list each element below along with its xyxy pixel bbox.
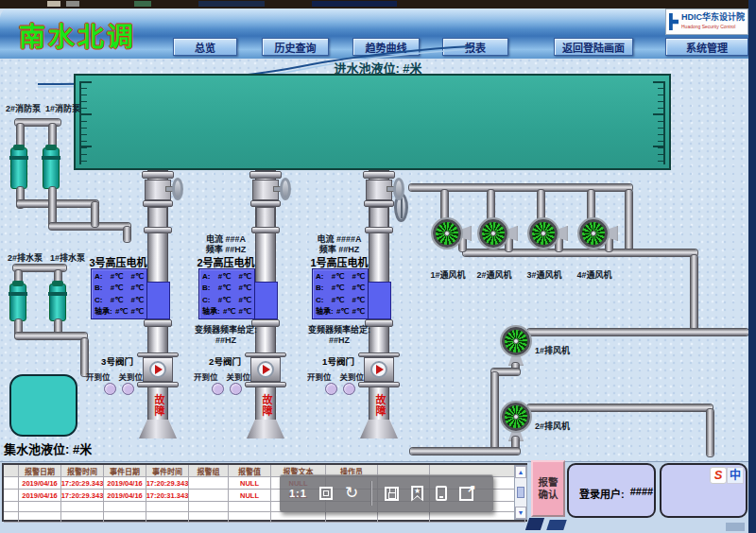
cell-alarm-time: 17:20:29.343 bbox=[61, 477, 104, 490]
pipe-segment bbox=[527, 329, 748, 335]
temperature-panel: A:#℃#℃ B:#℃#℃ C:#℃#℃ 轴承:#℃#℃ bbox=[198, 268, 255, 319]
pipe-segment bbox=[49, 223, 130, 230]
desktop-fragment bbox=[726, 523, 745, 531]
temp-value: #℃ bbox=[218, 283, 231, 293]
supply-fan-4[interactable] bbox=[579, 219, 608, 248]
pump-motor-label: 2号高压电机 bbox=[190, 254, 262, 269]
valve-open-indicator-light bbox=[212, 383, 224, 395]
save-button[interactable] bbox=[385, 487, 399, 501]
fire-pump-1-label: 1#消防泵 bbox=[45, 102, 80, 114]
export-icon: ↗ bbox=[459, 487, 473, 501]
zoom-1-1-button[interactable]: 1:1 bbox=[289, 488, 307, 499]
valve-closed-label: 关到位 bbox=[339, 370, 364, 382]
supply-fan-1-label: 1#通风机 bbox=[422, 268, 473, 281]
pump-neck bbox=[369, 207, 388, 228]
col-header-alarm-value: 报警值 bbox=[229, 465, 271, 477]
bookmark-button[interactable]: ★ bbox=[411, 486, 423, 502]
drain-pump-1 bbox=[49, 284, 66, 321]
cell-alarm-value: NULL bbox=[229, 490, 271, 502]
handwheel-valve-icon[interactable] bbox=[280, 178, 291, 200]
cell-event-date: 2019/04/16 bbox=[104, 490, 146, 502]
nav-button-login-screen[interactable]: 返回登陆画面 bbox=[554, 38, 633, 56]
handwheel-valve-icon[interactable] bbox=[393, 178, 404, 200]
pump-motor-band bbox=[253, 282, 278, 319]
intake-tank bbox=[74, 74, 671, 170]
pump-motor-band bbox=[146, 282, 170, 319]
supply-fan-2[interactable] bbox=[479, 219, 507, 248]
temp-row-label: B: bbox=[94, 283, 102, 293]
pump-motor-label: 1号高压电机 bbox=[303, 254, 375, 269]
cell-event-time: 17:20:31.343 bbox=[146, 490, 189, 502]
pipe-segment bbox=[441, 190, 448, 220]
vfd-setpoint-value: ##HZ bbox=[201, 335, 250, 345]
valve-open-label: 开到位 bbox=[86, 370, 111, 382]
discharge-valve-icon[interactable] bbox=[143, 357, 173, 382]
pump-flange bbox=[142, 171, 174, 179]
cell-alarm-value: NULL bbox=[229, 477, 271, 490]
sogou-ime-icon: S bbox=[710, 467, 727, 484]
ime-badge[interactable]: S 中 bbox=[710, 467, 744, 484]
discharge-valve-icon[interactable] bbox=[250, 357, 281, 382]
valve-closed-indicator-light bbox=[122, 383, 134, 395]
valve-closed-label: 关到位 bbox=[118, 370, 143, 382]
temp-row-label: A: bbox=[202, 271, 210, 282]
pump-flange bbox=[249, 171, 282, 179]
save-icon bbox=[385, 487, 399, 501]
exhaust-fan-2-label: 2#排风机 bbox=[535, 420, 586, 432]
exhaust-fan-1[interactable] bbox=[502, 327, 530, 355]
pipe-segment bbox=[538, 190, 544, 220]
logo-brand-text: HDIC华东设计院 bbox=[681, 12, 745, 22]
handwheel-valve-icon[interactable] bbox=[172, 178, 183, 200]
pipe-segment bbox=[527, 404, 713, 411]
temp-row-label: 轴承: bbox=[94, 306, 112, 317]
temp-value: #℃ bbox=[352, 271, 365, 282]
valve-indicator bbox=[370, 361, 387, 378]
status-panel: S 中 bbox=[660, 463, 747, 518]
pipe-segment bbox=[488, 190, 494, 220]
pump-flange bbox=[143, 200, 173, 207]
temperature-panel: A:#℃#℃ B:#℃#℃ C:#℃#℃ 轴承:#℃#℃ bbox=[91, 268, 147, 319]
temp-value: #℃ bbox=[332, 283, 344, 293]
hdic-logo-icon bbox=[669, 13, 679, 30]
discharge-valve-icon[interactable] bbox=[364, 357, 394, 382]
supply-fan-1[interactable] bbox=[433, 219, 461, 248]
nav-button-system[interactable]: 系统管理 bbox=[665, 38, 748, 56]
pipe-segment bbox=[15, 333, 87, 339]
vfd-setpoint-label: 变频器频率给定: bbox=[184, 323, 267, 335]
temp-row-label: C: bbox=[94, 295, 102, 305]
alarm-table-scrollbar[interactable]: ▲ ▼ bbox=[514, 465, 527, 520]
scroll-up-arrow[interactable]: ▲ bbox=[515, 466, 526, 478]
refresh-button[interactable]: ↻ bbox=[345, 487, 358, 500]
alarm-row-empty bbox=[4, 512, 525, 523]
export-button[interactable]: ↗ bbox=[459, 487, 473, 501]
valve-label: 1号阀门 bbox=[317, 354, 360, 368]
fit-view-button[interactable] bbox=[319, 487, 333, 500]
exhaust-fan-2[interactable] bbox=[502, 403, 530, 431]
temp-value: #℃ bbox=[336, 306, 349, 317]
temp-value: #℃ bbox=[131, 306, 144, 317]
supply-fan-4-label: 4#通风机 bbox=[569, 268, 620, 281]
alarm-ack-button[interactable]: 报警确认 bbox=[531, 460, 565, 517]
supply-fan-3[interactable] bbox=[529, 219, 558, 248]
pipe-segment bbox=[626, 190, 632, 254]
temp-value: #℃ bbox=[131, 283, 144, 293]
pipe-segment bbox=[92, 202, 98, 227]
scroll-down-arrow[interactable]: ▼ bbox=[515, 507, 526, 519]
window-fragment bbox=[66, 1, 79, 7]
pipe-segment bbox=[691, 255, 697, 333]
sump-tank-level-label: 集水池液位: #米 bbox=[4, 439, 155, 457]
temp-value: #℃ bbox=[239, 271, 251, 282]
pump-neck bbox=[256, 207, 275, 228]
fan-hub bbox=[490, 231, 496, 236]
pump-flange bbox=[250, 200, 281, 207]
scroll-thumb[interactable] bbox=[517, 487, 524, 498]
bookmark-star-icon: ★ bbox=[411, 486, 423, 502]
pipe-segment bbox=[463, 249, 697, 256]
col-header-event-time: 事件时间 bbox=[146, 465, 189, 477]
fan-hub bbox=[444, 231, 450, 236]
temp-value: #℃ bbox=[352, 283, 365, 293]
toolbar-divider bbox=[370, 481, 372, 506]
temp-value: #℃ bbox=[352, 295, 365, 305]
device-view-button[interactable] bbox=[436, 486, 447, 501]
pump-flange bbox=[364, 200, 394, 207]
